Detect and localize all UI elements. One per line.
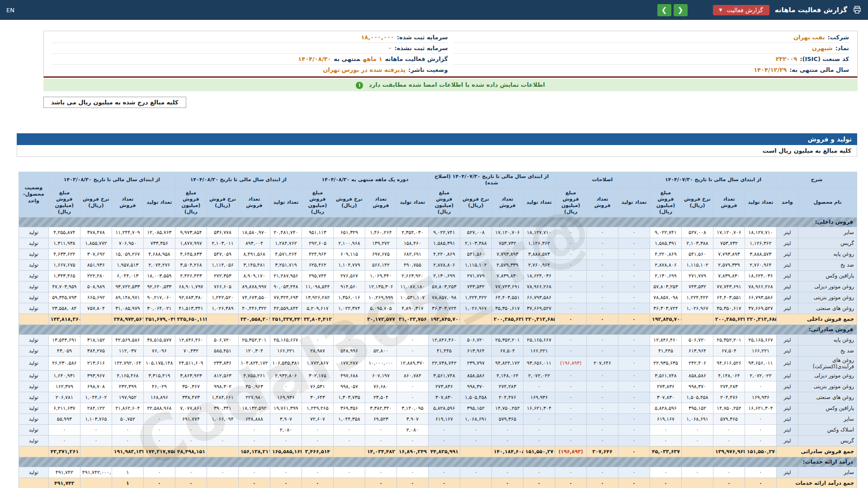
table-row: پارافین وکسلیتر۱۸,۶۲۴,۰۳۶۷,۸۳۹,۸۳۰۲۷۱,۷۷… <box>19 270 857 281</box>
info-icon: i <box>356 82 363 89</box>
value-cell: ۹۲,۶۲۰,۵۳۳ <box>143 281 175 292</box>
value-cell: ۰ <box>143 424 175 435</box>
product-name-cell: ضد یخ <box>798 259 857 270</box>
unit-cell: لیتر <box>777 356 798 370</box>
next-report-button[interactable]: ❯ <box>657 4 671 16</box>
unit-cell: لیتر <box>777 392 798 403</box>
value-cell: ۰ <box>396 467 428 478</box>
value-cell: ۰ <box>396 435 428 446</box>
value-cell: ۹,۹۷۳,۸۵۴ <box>175 227 207 238</box>
value-cell: ۱۱۲,۰۳۷ <box>112 345 143 356</box>
value-cell: ۱ <box>112 467 143 478</box>
total-row: جمع فروش صادراتی۱۵۱,۵۵۰,۲۷۰۱۳۹,۹۷۶,۹۶۲۴۵… <box>19 446 857 457</box>
value-cell: ۲۲۷,۹۸۰ <box>238 392 270 403</box>
value-cell: ۰ <box>650 467 681 478</box>
value-cell: ۲۶,۲۳۰,۵۸۶ <box>48 356 80 370</box>
value-cell: ۶۹۷,۶۷۵ <box>365 249 396 259</box>
value-cell <box>207 446 238 457</box>
value-cell: ۲۳,۵۵۸,۰۸۴ <box>48 303 80 314</box>
column-subheader: نرخ فروش (ریال) <box>460 188 491 217</box>
value-cell: ۸۵۸,۵۸۶ <box>682 370 713 381</box>
table-row: روغن پایهلیتر۲۵,۱۶۵,۶۶۷۲۵,۳۵۲,۲۰۱۵۰۶,۷۲۰… <box>19 334 857 345</box>
value-cell: ۰ <box>270 381 302 392</box>
value-cell: ۲۳۹,۷۹۷ <box>460 356 491 370</box>
value-cell: ۷,۰۷۷,۸۶۱ <box>175 403 207 413</box>
value-cell: ۱,۰۶۸,۶۹۱ <box>682 413 713 424</box>
amounts-unit-note-row: کلیه مبالغ به میلیون ریال است <box>17 145 857 157</box>
value-cell: ۰ <box>460 424 491 435</box>
total-label-cell: جمع فروش صادراتی <box>777 446 857 457</box>
column-subheader: تعداد فروش <box>365 188 396 217</box>
value-cell: ۱۶۶,۲۲۱ <box>523 345 555 356</box>
column-subheader: تعداد تولید <box>618 188 650 217</box>
value-cell: ۰ <box>618 238 650 249</box>
value-cell: ۰ <box>745 435 777 446</box>
section-row: فروش صادراتی: <box>19 324 857 334</box>
company-info-panel: شرکت:نفت بهراننماد:شبهرنکد صنعت (ISIC):۲… <box>43 31 858 78</box>
value-cell: ۰ <box>555 467 586 478</box>
value-cell: ۰ <box>333 334 365 345</box>
value-cell: ۳,۹۰۷ <box>270 413 302 424</box>
value-cell: ۰ <box>618 370 650 381</box>
language-toggle-en[interactable]: EN <box>6 7 14 14</box>
value-cell: ۰ <box>586 467 618 478</box>
printer-icon[interactable] <box>853 5 862 14</box>
value-cell: ۱,۶۶۷,۶۷۵ <box>48 259 80 270</box>
value-cell: ۰ <box>396 334 428 345</box>
value-cell: ۲,۱۰۳,۳۸۸ <box>682 238 713 249</box>
unit-cell: لیتر <box>777 281 798 292</box>
value-cell: ۳۹۵,۱۵۲ <box>460 403 491 413</box>
value-cell: ۶۷,۵۰۴ <box>491 345 523 356</box>
value-cell: ۱۸,۱۳۲,۵۹۲ <box>238 403 270 413</box>
value-cell: ۰ <box>143 435 175 446</box>
info-value: ۱ ماهه <box>363 56 382 62</box>
value-cell: ۰ <box>491 478 523 488</box>
value-cell: ۷۷,۷۴۳,۶۹۱ <box>713 281 745 292</box>
value-cell: ۲۲,۹۳۵,۶۳۵ <box>650 356 681 370</box>
value-cell: ۵۳۶,۷۷۸ <box>207 227 238 238</box>
report-type-dropdown[interactable]: گزارش فعالیت ▼ <box>713 5 769 15</box>
value-cell: ۰ <box>302 435 333 446</box>
value-cell: ۰ <box>555 345 586 356</box>
value-cell: ۳,۵۰۴,۲۶۸ <box>175 259 207 270</box>
value-cell: ۱۳,۹۲۶,۲۸۲ <box>302 292 333 303</box>
value-cell: ۲۷۶,۵۶۷ <box>333 270 365 281</box>
value-cell: ۴۹۱,۷۴۲ <box>48 467 80 478</box>
unit-cell: لیتر <box>777 413 798 424</box>
value-cell: ۸۵۱,۹۳۶ <box>80 259 112 270</box>
value-cell: ۱,۱۲۶,۳۶۲ <box>523 238 555 249</box>
value-cell: ۱,۰۲۲,۳۷۴ <box>333 303 365 314</box>
value-cell: ۲۲۰,۳۱۳,۶۸۵ <box>745 314 777 324</box>
info-label: وضعیت ناشر: <box>408 66 448 73</box>
value-cell: ۱,۶۴۰,۹۳۱ <box>48 370 80 381</box>
value-cell: ۲۰۷,۶۴۶ <box>586 356 618 370</box>
value-cell: ۰ <box>207 435 238 446</box>
value-cell: ۲,۹۳۲,۸۰۶ <box>270 370 302 381</box>
value-cell: ۰ <box>586 303 618 314</box>
value-cell: ۷۲,۶۰۷ <box>302 413 333 424</box>
value-cell: ۲۱,۲۸۷,۹۵۶ <box>270 270 302 281</box>
value-cell: ۲۵,۱۶۵,۶۶۷ <box>745 334 777 345</box>
value-cell: ۰ <box>365 467 396 478</box>
value-cell: ۲۸,۹۸۷ <box>302 345 333 356</box>
value-cell: ۲۰۷,۶۴۶ <box>586 446 618 457</box>
value-cell: ۲۰۰,۳۸۵,۶۲۴ <box>713 314 745 324</box>
value-cell: ۴۶,۰۲۹ <box>143 381 175 392</box>
product-name-cell: پارافین وکس <box>798 403 857 413</box>
value-cell <box>333 478 365 488</box>
value-cell: ۰ <box>523 478 555 488</box>
value-cell: ۶۹۸,۷۰۸ <box>80 381 112 392</box>
previous-report-button[interactable]: ❮ <box>674 4 688 16</box>
signed-data-notice-text: اطلاعات نمایش داده شده با اطلاعات امضا ش… <box>369 81 545 88</box>
value-cell: ۰ <box>745 424 777 435</box>
value-cell: ۴۲,۵۶۹,۵۸۶ <box>112 334 143 345</box>
product-name-cell: روغن موتور دیزلی <box>798 370 857 381</box>
value-cell: ۰ <box>523 435 555 446</box>
value-cell: ۶,۰۴۴,۰۱۳ <box>112 270 143 281</box>
value-cell: ۰ <box>618 345 650 356</box>
value-cell: ۱۹۲,۸۴۵,۷۰۰ <box>428 314 460 324</box>
value-cell: ۱۴۰,۱۸۴,۶۰۸ <box>491 446 523 457</box>
table-row: سایرلیتر۰۰۰۰۰۰۰۰۰۰۰۰۰۰۰۰۰۰۰۰۱۴۹۱,۷۴۲,۰۰۰… <box>19 467 857 478</box>
info-row: نماد:شبهرن <box>453 43 849 54</box>
value-cell: ۰ <box>618 424 650 435</box>
